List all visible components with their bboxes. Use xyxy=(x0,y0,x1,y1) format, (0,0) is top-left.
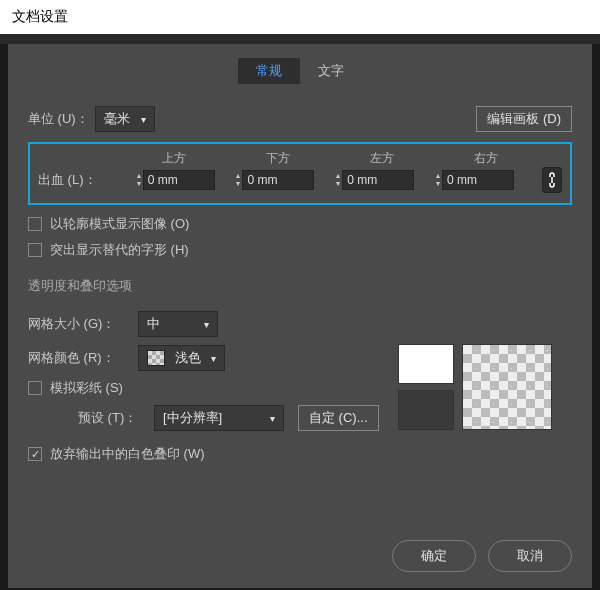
chevron-down-icon: ▾ xyxy=(270,413,275,424)
grid-size-label: 网格大小 (G)： xyxy=(28,315,138,333)
bleed-header-top: 上方 xyxy=(146,150,250,167)
discard-overprint-label: 放弃输出中的白色叠印 (W) xyxy=(50,445,205,463)
chevron-down-icon: ▾ xyxy=(141,114,146,125)
swatch-dark[interactable] xyxy=(398,390,454,430)
bleed-header-left: 左方 xyxy=(354,150,458,167)
bleed-left-input[interactable] xyxy=(342,170,414,190)
grid-size-select[interactable]: 中 ▾ xyxy=(138,311,218,337)
discard-overprint-checkbox[interactable] xyxy=(28,447,42,461)
preset-custom-button[interactable]: 自定 (C)... xyxy=(298,405,379,431)
dialog-title: 文档设置 xyxy=(12,8,68,24)
simulate-paper-label: 模拟彩纸 (S) xyxy=(50,379,123,397)
outline-mode-checkbox[interactable] xyxy=(28,217,42,231)
bleed-label: 出血 (L)： xyxy=(38,171,137,189)
outline-mode-label: 以轮廓模式显示图像 (O) xyxy=(50,215,189,233)
preset-select[interactable]: [中分辨率] ▾ xyxy=(154,405,284,431)
ok-button[interactable]: 确定 xyxy=(392,540,476,572)
grid-size-value: 中 xyxy=(147,315,160,333)
bleed-right-stepper[interactable]: ▴▾ xyxy=(436,172,440,188)
grid-color-value: 浅色 xyxy=(175,349,201,367)
units-label: 单位 (U)： xyxy=(28,110,89,128)
grid-color-select[interactable]: 浅色 ▾ xyxy=(138,345,225,371)
bleed-highlight-box: 上方 下方 左方 右方 出血 (L)： ▴▾ ▴▾ ▴▾ ▴▾ xyxy=(28,142,572,205)
swatch-preview xyxy=(398,344,552,430)
edit-artboard-button[interactable]: 编辑画板 (D) xyxy=(476,106,572,132)
bleed-top-stepper[interactable]: ▴▾ xyxy=(137,172,141,188)
grid-color-label: 网格颜色 (R)： xyxy=(28,349,138,367)
highlight-glyphs-checkbox[interactable] xyxy=(28,243,42,257)
tab-bar: 常规 文字 xyxy=(28,58,572,84)
transparency-section-title: 透明度和叠印选项 xyxy=(28,277,572,295)
swatch-checker xyxy=(462,344,552,430)
checker-chip-icon xyxy=(147,350,165,366)
bleed-header-right: 右方 xyxy=(458,150,562,167)
tab-text[interactable]: 文字 xyxy=(300,58,362,84)
simulate-paper-checkbox[interactable] xyxy=(28,381,42,395)
dialog-panel: 常规 文字 单位 (U)： 毫米 ▾ 编辑画板 (D) 上方 下方 左方 右方 … xyxy=(8,44,592,588)
bleed-top-input[interactable] xyxy=(143,170,215,190)
tab-general[interactable]: 常规 xyxy=(238,58,300,84)
bleed-left-stepper[interactable]: ▴▾ xyxy=(336,172,340,188)
preset-label: 预设 (T)： xyxy=(78,409,154,427)
chevron-down-icon: ▾ xyxy=(204,319,209,330)
preset-value: [中分辨率] xyxy=(163,409,222,427)
highlight-glyphs-label: 突出显示替代的字形 (H) xyxy=(50,241,189,259)
units-select[interactable]: 毫米 ▾ xyxy=(95,106,155,132)
chevron-down-icon: ▾ xyxy=(211,353,216,364)
units-value: 毫米 xyxy=(104,110,130,128)
cancel-button[interactable]: 取消 xyxy=(488,540,572,572)
bleed-header-bottom: 下方 xyxy=(250,150,354,167)
bleed-right-input[interactable] xyxy=(442,170,514,190)
link-values-icon[interactable] xyxy=(542,167,562,193)
bleed-bottom-input[interactable] xyxy=(242,170,314,190)
swatch-white[interactable] xyxy=(398,344,454,384)
bleed-bottom-stepper[interactable]: ▴▾ xyxy=(236,172,240,188)
